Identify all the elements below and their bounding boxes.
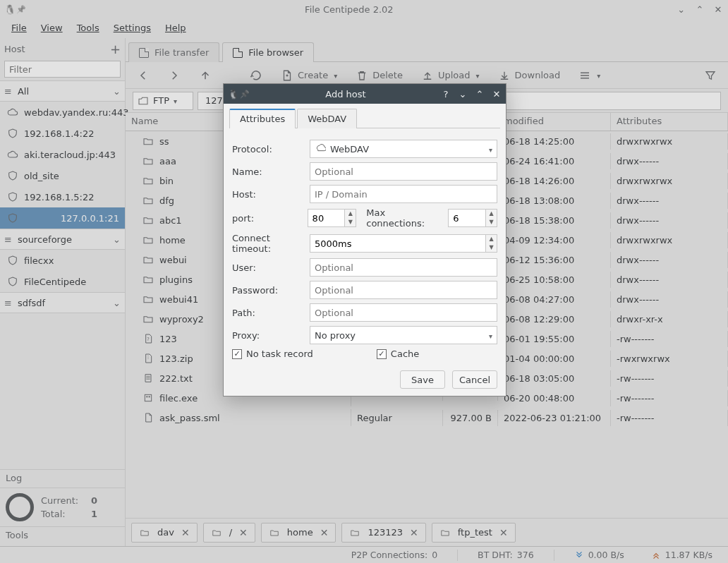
menu-help[interactable]: Help <box>158 18 193 37</box>
chevron-down-icon: ⌄ <box>113 234 121 245</box>
nav-forward-button[interactable] <box>164 66 185 85</box>
file-attributes: drwx------ <box>611 212 728 229</box>
host-item[interactable]: webdav.yandex.ru:443 <box>0 102 125 123</box>
protocol-select[interactable]: WebDAV <box>310 140 497 158</box>
tools-panel-label[interactable]: Tools <box>0 526 125 546</box>
host-item[interactable]: FileCentipede <box>0 271 125 292</box>
add-host-dialog: Add host ? ⌄ ⌃ ✕ Attributes WebDAV Proto… <box>223 83 506 396</box>
file-modified: 06-18 14:26:00 <box>498 173 611 189</box>
cache-checkbox[interactable] <box>377 349 387 359</box>
user-input[interactable] <box>310 258 497 277</box>
timeout-input[interactable] <box>310 234 486 253</box>
port-spinner[interactable]: ▲▼ <box>345 209 356 227</box>
menu-settings[interactable]: Settings <box>107 18 158 37</box>
cancel-button[interactable]: Cancel <box>452 370 497 389</box>
dialog-titlebar[interactable]: Add host ? ⌄ ⌃ ✕ <box>224 84 506 104</box>
save-button[interactable]: Save <box>400 370 445 389</box>
host-item-label: FileCentipede <box>24 277 86 287</box>
close-icon[interactable]: ✕ <box>181 527 190 538</box>
path-tab[interactable]: /✕ <box>203 523 255 543</box>
host-filter-input[interactable] <box>4 61 121 78</box>
maxcon-input[interactable] <box>448 209 486 227</box>
dht-label: BT DHT: <box>478 550 513 560</box>
port-label: port: <box>232 213 303 224</box>
menu-view[interactable]: View <box>34 18 70 37</box>
path-tab[interactable]: ftp_test✕ <box>432 523 516 543</box>
host-item[interactable]: 192.168.1.5:22 <box>0 186 125 207</box>
header-modified[interactable]: modified <box>498 113 611 131</box>
window-minimize-icon[interactable] <box>676 4 687 15</box>
file-modified: 2022-06-23 01:21:00 <box>498 410 611 426</box>
file-modified: 06-18 03:05:00 <box>498 370 611 387</box>
maxcon-spinner[interactable]: ▲▼ <box>486 209 497 227</box>
nav-up-button[interactable] <box>195 66 216 85</box>
chevron-down-icon <box>489 144 492 155</box>
file-attributes: drwx------ <box>611 252 728 268</box>
shield-icon <box>7 128 18 139</box>
host-item[interactable]: 192.168.1.4:22 <box>0 123 125 144</box>
host-item[interactable]: filecxx <box>0 250 125 271</box>
filter-button[interactable] <box>700 66 721 85</box>
pin-icon[interactable] <box>16 4 27 15</box>
path-input[interactable] <box>310 303 497 322</box>
path-tab[interactable]: dav✕ <box>131 523 198 543</box>
timeout-spinner[interactable]: ▲▼ <box>486 234 497 253</box>
table-row[interactable]: ask_pass.smlRegular927.00 B2022-06-23 01… <box>126 408 728 428</box>
window-maximize-icon[interactable] <box>694 4 705 15</box>
dialog-pin-icon[interactable] <box>239 88 250 99</box>
transfer-summary: Current:0 Total:1 <box>0 488 125 526</box>
close-icon[interactable]: ✕ <box>410 527 418 538</box>
cache-label: Cache <box>391 349 419 359</box>
name-input[interactable] <box>310 162 497 181</box>
menu-tools[interactable]: Tools <box>70 18 107 37</box>
log-panel[interactable]: Log <box>0 469 125 488</box>
file-icon <box>233 48 243 58</box>
dialog-tab-webdav[interactable]: WebDAV <box>297 109 357 128</box>
header-attributes[interactable]: Attributes <box>611 113 728 131</box>
host-group[interactable]: ≡All⌄ <box>0 80 125 102</box>
window-title: File Centipede 2.02 <box>27 4 672 15</box>
window-close-icon[interactable] <box>712 4 724 15</box>
nav-back-button[interactable] <box>133 66 154 85</box>
host-header-label: Host <box>4 44 25 54</box>
dialog-tab-attributes[interactable]: Attributes <box>229 109 296 128</box>
refresh-button[interactable] <box>245 66 267 85</box>
password-input[interactable] <box>310 281 497 299</box>
close-icon[interactable]: ✕ <box>499 527 508 538</box>
file-modified: 06-18 14:25:00 <box>498 133 611 150</box>
host-item[interactable]: aki.teracloud.jp:443 <box>0 144 125 165</box>
tab-file-transfer[interactable]: File transfer <box>128 42 219 62</box>
menu-file[interactable]: File <box>4 18 34 37</box>
host-item[interactable]: 127.0.0.1:21 <box>0 207 125 229</box>
host-input[interactable] <box>310 185 497 203</box>
total-label: Total: <box>41 509 66 519</box>
host-item[interactable]: old_site <box>0 165 125 186</box>
total-value: 1 <box>91 509 97 519</box>
create-button[interactable]: Create <box>277 66 341 85</box>
dialog-maximize-icon[interactable]: ⌃ <box>475 89 485 99</box>
host-group[interactable]: ≡sdfsdf⌄ <box>0 292 125 313</box>
download-button[interactable]: Download <box>494 66 565 85</box>
no-task-checkbox[interactable] <box>232 349 242 359</box>
menu-button[interactable] <box>574 66 605 85</box>
folder-icon <box>142 293 154 305</box>
path-tab[interactable]: 123123✕ <box>341 523 425 543</box>
close-icon[interactable]: ✕ <box>239 527 248 538</box>
host-group[interactable]: ≡sourceforge⌄ <box>0 229 125 250</box>
path-tab[interactable]: home✕ <box>261 523 336 543</box>
dialog-minimize-icon[interactable]: ⌄ <box>458 89 468 99</box>
address-protocol-select[interactable]: FTP <box>133 92 193 110</box>
cloud-icon <box>7 149 18 160</box>
proxy-select[interactable]: No proxy <box>310 326 497 344</box>
shield-icon <box>7 255 18 266</box>
dialog-close-icon[interactable]: ✕ <box>492 89 502 99</box>
delete-button[interactable]: Delete <box>351 66 407 85</box>
close-icon[interactable]: ✕ <box>320 527 329 538</box>
add-host-icon[interactable]: + <box>110 42 121 56</box>
dialog-help-icon[interactable]: ? <box>441 89 451 99</box>
tab-file-browser[interactable]: File browser <box>222 42 314 62</box>
port-input[interactable] <box>308 209 346 227</box>
protocol-label: Protocol: <box>232 144 305 155</box>
upload-button[interactable]: Upload <box>417 66 484 85</box>
name-label: Name: <box>232 167 305 177</box>
